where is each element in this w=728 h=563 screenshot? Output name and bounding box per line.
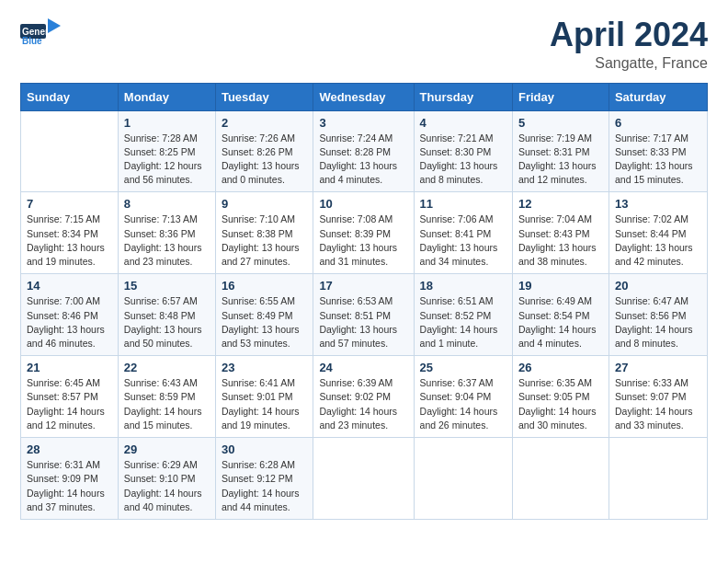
day-number: 14 xyxy=(27,279,112,293)
day-number: 5 xyxy=(518,116,603,130)
calendar-cell xyxy=(414,438,512,520)
calendar-cell: 24Sunrise: 6:39 AM Sunset: 9:02 PM Dayli… xyxy=(313,356,414,438)
calendar-cell xyxy=(21,110,119,192)
day-info: Sunrise: 6:35 AM Sunset: 9:05 PM Dayligh… xyxy=(518,376,603,432)
week-row-0: 1Sunrise: 7:28 AM Sunset: 8:25 PM Daylig… xyxy=(21,110,708,192)
calendar-cell: 9Sunrise: 7:10 AM Sunset: 8:38 PM Daylig… xyxy=(215,192,313,274)
col-header-friday: Friday xyxy=(512,83,609,110)
calendar-cell: 17Sunrise: 6:53 AM Sunset: 8:51 PM Dayli… xyxy=(313,274,414,356)
calendar-cell: 28Sunrise: 6:31 AM Sunset: 9:09 PM Dayli… xyxy=(21,438,119,520)
week-row-2: 14Sunrise: 7:00 AM Sunset: 8:46 PM Dayli… xyxy=(21,274,708,356)
calendar-cell: 16Sunrise: 6:55 AM Sunset: 8:49 PM Dayli… xyxy=(215,274,313,356)
day-info: Sunrise: 7:08 AM Sunset: 8:39 PM Dayligh… xyxy=(319,213,407,269)
calendar-cell: 7Sunrise: 7:15 AM Sunset: 8:34 PM Daylig… xyxy=(21,192,119,274)
day-number: 30 xyxy=(222,442,307,456)
day-info: Sunrise: 7:26 AM Sunset: 8:26 PM Dayligh… xyxy=(222,132,307,188)
day-info: Sunrise: 6:51 AM Sunset: 8:52 PM Dayligh… xyxy=(420,294,506,350)
day-number: 7 xyxy=(27,197,112,211)
col-header-saturday: Saturday xyxy=(609,83,707,110)
day-number: 20 xyxy=(615,279,701,293)
day-info: Sunrise: 7:15 AM Sunset: 8:34 PM Dayligh… xyxy=(27,213,112,269)
day-number: 2 xyxy=(222,116,307,130)
calendar-cell: 14Sunrise: 7:00 AM Sunset: 8:46 PM Dayli… xyxy=(21,274,119,356)
day-info: Sunrise: 7:28 AM Sunset: 8:25 PM Dayligh… xyxy=(124,132,210,188)
day-number: 28 xyxy=(27,442,112,456)
day-number: 8 xyxy=(124,197,210,211)
day-info: Sunrise: 6:31 AM Sunset: 9:09 PM Dayligh… xyxy=(27,458,112,514)
day-number: 21 xyxy=(27,361,112,374)
day-info: Sunrise: 7:21 AM Sunset: 8:30 PM Dayligh… xyxy=(420,132,506,188)
calendar-cell: 10Sunrise: 7:08 AM Sunset: 8:39 PM Dayli… xyxy=(313,192,414,274)
day-number: 22 xyxy=(124,361,210,374)
day-number: 3 xyxy=(319,116,407,130)
day-info: Sunrise: 6:45 AM Sunset: 8:57 PM Dayligh… xyxy=(27,376,112,432)
calendar-cell: 2Sunrise: 7:26 AM Sunset: 8:26 PM Daylig… xyxy=(215,110,313,192)
col-header-monday: Monday xyxy=(118,83,215,110)
calendar-cell: 29Sunrise: 6:29 AM Sunset: 9:10 PM Dayli… xyxy=(118,438,215,520)
calendar-cell: 26Sunrise: 6:35 AM Sunset: 9:05 PM Dayli… xyxy=(512,356,609,438)
day-info: Sunrise: 7:24 AM Sunset: 8:28 PM Dayligh… xyxy=(319,132,407,188)
day-info: Sunrise: 6:29 AM Sunset: 9:10 PM Dayligh… xyxy=(124,458,210,514)
day-number: 23 xyxy=(222,361,307,374)
day-info: Sunrise: 6:28 AM Sunset: 9:12 PM Dayligh… xyxy=(222,458,307,514)
title-block: April 2024 Sangatte, France xyxy=(550,17,708,72)
week-row-4: 28Sunrise: 6:31 AM Sunset: 9:09 PM Dayli… xyxy=(21,438,708,520)
day-info: Sunrise: 7:19 AM Sunset: 8:31 PM Dayligh… xyxy=(518,132,603,188)
day-info: Sunrise: 6:37 AM Sunset: 9:04 PM Dayligh… xyxy=(420,376,506,432)
calendar-cell: 13Sunrise: 7:02 AM Sunset: 8:44 PM Dayli… xyxy=(609,192,707,274)
day-info: Sunrise: 7:02 AM Sunset: 8:44 PM Dayligh… xyxy=(615,213,701,269)
logo: General Blue xyxy=(20,17,61,46)
day-number: 13 xyxy=(615,197,701,211)
calendar-header-row: SundayMondayTuesdayWednesdayThursdayFrid… xyxy=(21,83,708,110)
calendar-cell: 12Sunrise: 7:04 AM Sunset: 8:43 PM Dayli… xyxy=(512,192,609,274)
col-header-wednesday: Wednesday xyxy=(313,83,414,110)
col-header-sunday: Sunday xyxy=(21,83,119,110)
calendar-cell: 18Sunrise: 6:51 AM Sunset: 8:52 PM Dayli… xyxy=(414,274,512,356)
calendar-table: SundayMondayTuesdayWednesdayThursdayFrid… xyxy=(20,83,708,520)
calendar-cell: 15Sunrise: 6:57 AM Sunset: 8:48 PM Dayli… xyxy=(118,274,215,356)
day-number: 10 xyxy=(319,197,407,211)
calendar-cell: 5Sunrise: 7:19 AM Sunset: 8:31 PM Daylig… xyxy=(512,110,609,192)
day-number: 24 xyxy=(319,361,407,374)
day-number: 18 xyxy=(420,279,506,293)
day-info: Sunrise: 6:41 AM Sunset: 9:01 PM Dayligh… xyxy=(222,376,307,432)
svg-text:Blue: Blue xyxy=(22,36,42,46)
calendar-cell: 4Sunrise: 7:21 AM Sunset: 8:30 PM Daylig… xyxy=(414,110,512,192)
calendar-cell: 19Sunrise: 6:49 AM Sunset: 8:54 PM Dayli… xyxy=(512,274,609,356)
calendar-cell: 6Sunrise: 7:17 AM Sunset: 8:33 PM Daylig… xyxy=(609,110,707,192)
calendar-cell: 30Sunrise: 6:28 AM Sunset: 9:12 PM Dayli… xyxy=(215,438,313,520)
day-info: Sunrise: 7:00 AM Sunset: 8:46 PM Dayligh… xyxy=(27,294,112,350)
header: General Blue April 2024 Sangatte, France xyxy=(20,17,708,72)
day-info: Sunrise: 6:43 AM Sunset: 8:59 PM Dayligh… xyxy=(124,376,210,432)
week-row-3: 21Sunrise: 6:45 AM Sunset: 8:57 PM Dayli… xyxy=(21,356,708,438)
calendar-cell: 25Sunrise: 6:37 AM Sunset: 9:04 PM Dayli… xyxy=(414,356,512,438)
day-info: Sunrise: 7:13 AM Sunset: 8:36 PM Dayligh… xyxy=(124,213,210,269)
calendar-cell: 23Sunrise: 6:41 AM Sunset: 9:01 PM Dayli… xyxy=(215,356,313,438)
title-month: April 2024 xyxy=(550,17,708,53)
day-number: 29 xyxy=(124,442,210,456)
title-location: Sangatte, France xyxy=(550,55,708,72)
day-info: Sunrise: 7:10 AM Sunset: 8:38 PM Dayligh… xyxy=(222,213,307,269)
day-number: 25 xyxy=(420,361,506,374)
day-info: Sunrise: 6:53 AM Sunset: 8:51 PM Dayligh… xyxy=(319,294,407,350)
calendar-cell: 1Sunrise: 7:28 AM Sunset: 8:25 PM Daylig… xyxy=(118,110,215,192)
day-number: 6 xyxy=(615,116,701,130)
day-info: Sunrise: 7:17 AM Sunset: 8:33 PM Dayligh… xyxy=(615,132,701,188)
day-number: 9 xyxy=(222,197,307,211)
calendar-cell: 8Sunrise: 7:13 AM Sunset: 8:36 PM Daylig… xyxy=(118,192,215,274)
calendar-cell: 11Sunrise: 7:06 AM Sunset: 8:41 PM Dayli… xyxy=(414,192,512,274)
day-info: Sunrise: 6:57 AM Sunset: 8:48 PM Dayligh… xyxy=(124,294,210,350)
calendar-cell: 21Sunrise: 6:45 AM Sunset: 8:57 PM Dayli… xyxy=(21,356,119,438)
day-info: Sunrise: 6:47 AM Sunset: 8:56 PM Dayligh… xyxy=(615,294,701,350)
calendar-cell: 22Sunrise: 6:43 AM Sunset: 8:59 PM Dayli… xyxy=(118,356,215,438)
day-number: 17 xyxy=(319,279,407,293)
logo-icon: General Blue xyxy=(20,17,61,46)
calendar-cell xyxy=(313,438,414,520)
day-number: 4 xyxy=(420,116,506,130)
col-header-thursday: Thursday xyxy=(414,83,512,110)
day-number: 19 xyxy=(518,279,603,293)
col-header-tuesday: Tuesday xyxy=(215,83,313,110)
day-number: 26 xyxy=(518,361,603,374)
day-info: Sunrise: 6:49 AM Sunset: 8:54 PM Dayligh… xyxy=(518,294,603,350)
day-number: 27 xyxy=(615,361,701,374)
